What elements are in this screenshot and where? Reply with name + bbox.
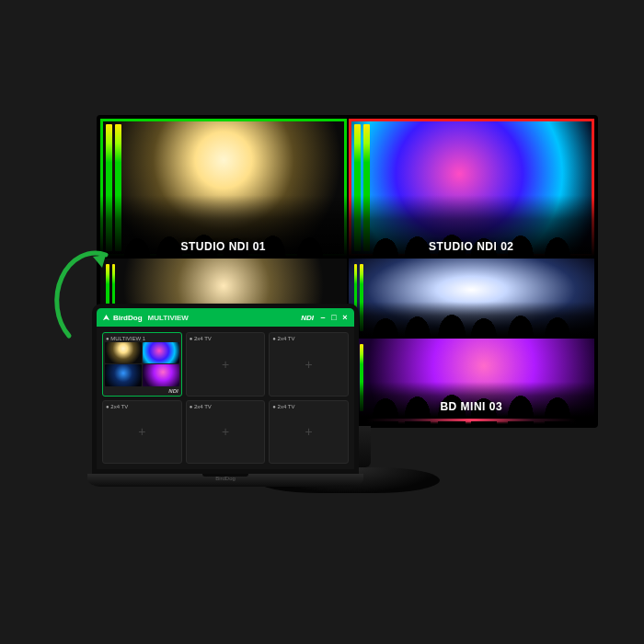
slot-tag: ● 2x4 TV — [106, 404, 128, 409]
multiview-slots: ● MULTIVIEW 1 NDI ● 2x4 TV + ● 2x4 TV + … — [97, 327, 354, 469]
feed-label: STUDIO NDI 02 — [429, 240, 514, 253]
feed-studio-ndi-02[interactable]: STUDIO NDI 02 — [349, 119, 595, 257]
ndi-badge: NDI — [301, 314, 314, 322]
laptop-brand: BirdDog — [215, 476, 236, 481]
window-minimize-button[interactable]: – — [319, 313, 327, 322]
feed-label: STUDIO NDI 01 — [180, 240, 266, 253]
slot-ndi-badge: NDI — [168, 388, 178, 394]
brand-logo: BirdDog — [102, 314, 143, 322]
slot-4[interactable]: ● 2x4 TV + — [102, 400, 182, 465]
feed-studio-ndi-01[interactable]: STUDIO NDI 01 — [100, 119, 347, 257]
feed-label: BD MINI 03 — [440, 400, 502, 413]
laptop-base: BirdDog — [87, 474, 363, 487]
add-icon: + — [222, 424, 229, 439]
slot-1[interactable]: ● MULTIVIEW 1 NDI — [102, 332, 182, 397]
slot-tag: ● 2x4 TV — [272, 404, 294, 409]
slot-tag: ● 2x4 TV — [190, 404, 212, 409]
feed-4[interactable] — [349, 259, 595, 337]
add-icon: + — [138, 424, 145, 439]
birddog-icon — [102, 314, 110, 322]
add-icon: + — [222, 357, 229, 372]
add-icon: + — [305, 424, 313, 439]
control-laptop: BirdDog MULTIVIEW NDI – □ × ● MULTIVIEW … — [87, 304, 363, 487]
slot-6[interactable]: ● 2x4 TV + — [269, 400, 349, 465]
slot-tag: ● MULTIVIEW 1 — [106, 336, 145, 341]
slot-3[interactable]: ● 2x4 TV + — [269, 332, 349, 397]
app-name: MULTIVIEW — [148, 314, 189, 322]
app-titlebar: BirdDog MULTIVIEW NDI – □ × — [97, 308, 354, 327]
slot-tag: ● 2x4 TV — [272, 336, 294, 341]
feed-8[interactable] — [349, 419, 595, 424]
feed-bd-mini-03[interactable]: BD MINI 03 — [349, 339, 595, 417]
window-maximize-button[interactable]: □ — [330, 313, 338, 322]
add-icon: + — [305, 357, 313, 372]
slot-5[interactable]: ● 2x4 TV + — [186, 400, 266, 465]
window-close-button[interactable]: × — [341, 313, 349, 322]
slot-tag: ● 2x4 TV — [190, 336, 212, 341]
svg-marker-0 — [93, 255, 106, 268]
laptop-screen: BirdDog MULTIVIEW NDI – □ × ● MULTIVIEW … — [92, 304, 359, 474]
slot-2[interactable]: ● 2x4 TV + — [186, 332, 266, 397]
brand-text: BirdDog — [113, 314, 143, 322]
